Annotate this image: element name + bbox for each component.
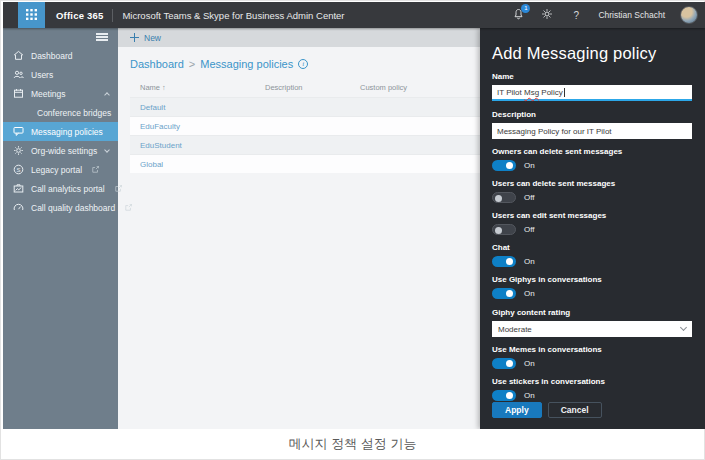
toggle-label: Owners can delete sent messages	[492, 147, 692, 157]
name-field-label: Name	[492, 72, 692, 82]
name-value-before: IT Pilot	[497, 88, 524, 97]
toggle-group-users-edit: Users can edit sent messages Off	[492, 211, 692, 235]
name-value-after: Policy	[539, 88, 563, 97]
toggle-label: Users can delete sent messages	[492, 179, 692, 189]
sidebar-item-label: Meetings	[31, 89, 66, 99]
table-row[interactable]: Global	[130, 154, 480, 173]
giphy-rating-label: Giphy content rating	[492, 308, 692, 318]
panel-title: Add Messaging policy	[492, 44, 692, 63]
stickers-toggle[interactable]	[492, 390, 516, 401]
add-messaging-policy-panel: Add Messaging policy Name IT Pilot Msg P…	[480, 28, 705, 429]
sidebar-item-label: Legacy portal	[31, 165, 82, 175]
chevron-up-icon	[104, 92, 110, 98]
table-row[interactable]: EduStudent	[130, 135, 480, 154]
sidebar-item-label: Users	[31, 70, 53, 80]
svg-text:S: S	[16, 167, 20, 173]
calendar-icon	[13, 88, 24, 99]
sidebar-item-org-wide-settings[interactable]: Org-wide settings	[3, 141, 118, 160]
nav-collapse-button[interactable]	[3, 28, 118, 46]
external-link-icon	[115, 185, 122, 192]
toggle-label: Use Memes in conversations	[492, 345, 692, 355]
toggle-label: Use stickers in conversations	[492, 377, 692, 387]
waffle-icon	[26, 6, 37, 24]
user-avatar[interactable]	[680, 6, 698, 24]
toggle-state-label: On	[524, 289, 535, 298]
sidebar-item-legacy-portal[interactable]: S Legacy portal	[3, 160, 118, 179]
breadcrumb-separator: >	[189, 58, 195, 70]
notification-badge: 1	[521, 4, 530, 13]
new-button-label: New	[144, 33, 161, 43]
memes-toggle[interactable]	[492, 358, 516, 369]
column-header-label: Name	[140, 83, 160, 92]
toggle-label: Chat	[492, 243, 692, 253]
toggle-group-chat: Chat On	[492, 243, 692, 267]
toggle-label: Use Giphys in conversations	[492, 275, 692, 285]
breadcrumb-current-page: Messaging policies	[200, 58, 293, 70]
breadcrumb-dashboard-link[interactable]: Dashboard	[130, 58, 184, 70]
command-bar: New	[118, 28, 480, 47]
column-header-description: Description	[265, 83, 360, 92]
help-icon: ?	[574, 10, 580, 21]
policy-link[interactable]: EduFaculty	[140, 122, 265, 131]
giphys-toggle[interactable]	[492, 288, 516, 299]
speedometer-icon	[13, 202, 24, 213]
giphy-rating-select[interactable]: Moderate	[492, 321, 692, 337]
column-header-name[interactable]: Name↑	[140, 83, 265, 92]
toggle-state-label: Off	[524, 225, 535, 234]
sidebar-item-label: Call analytics portal	[31, 184, 105, 194]
name-input[interactable]: IT Pilot Msg Policy	[492, 85, 692, 101]
figure-frame: Office 365 Microsoft Teams & Skype for B…	[0, 0, 705, 460]
new-policy-button[interactable]: New	[130, 33, 161, 43]
brand-label[interactable]: Office 365	[56, 10, 103, 21]
toggle-group-users-delete: Users can delete sent messages Off	[492, 179, 692, 203]
sidebar-item-call-quality-dashboard[interactable]: Call quality dashboard	[3, 198, 118, 217]
cancel-button[interactable]: Cancel	[548, 402, 602, 418]
gear-icon	[541, 8, 553, 22]
breadcrumb: Dashboard > Messaging policies i	[130, 58, 480, 70]
chat-icon	[13, 126, 24, 137]
toggle-state-label: On	[524, 161, 535, 170]
help-button[interactable]: ?	[569, 8, 583, 22]
sidebar-item-meetings[interactable]: Meetings	[3, 84, 118, 103]
policy-link[interactable]: Global	[140, 160, 265, 169]
gear-icon	[13, 145, 24, 156]
users-delete-toggle[interactable]	[492, 192, 516, 203]
table-header-row: Name↑ Description Custom policy	[130, 80, 480, 97]
toggle-state-label: On	[524, 257, 535, 266]
topbar-actions: 1 ? Christian Schacht	[511, 6, 705, 24]
admin-center-window: Office 365 Microsoft Teams & Skype for B…	[3, 2, 705, 429]
chat-toggle[interactable]	[492, 256, 516, 267]
notifications-button[interactable]: 1	[511, 8, 525, 22]
admin-center-title: Microsoft Teams & Skype for Business Adm…	[122, 10, 344, 21]
sidebar-item-messaging-policies[interactable]: Messaging policies	[3, 122, 118, 141]
sidebar-item-users[interactable]: Users	[3, 65, 118, 84]
home-icon	[13, 50, 24, 61]
users-icon	[13, 69, 24, 80]
sidebar-item-dashboard[interactable]: Dashboard	[3, 46, 118, 65]
table-row[interactable]: Default	[130, 97, 480, 116]
name-value-misspelled: Msg	[524, 88, 539, 97]
apply-button[interactable]: Apply	[492, 402, 542, 418]
app-launcher-button[interactable]	[18, 2, 45, 28]
owners-delete-toggle[interactable]	[492, 160, 516, 171]
external-link-icon	[92, 166, 99, 173]
main-content: New Dashboard > Messaging policies i Nam…	[118, 28, 480, 429]
chevron-down-icon	[104, 147, 110, 153]
figure-caption: 메시지 정책 설정 기능	[1, 435, 704, 453]
chevron-down-icon	[680, 324, 687, 331]
giphy-rating-value: Moderate	[498, 325, 532, 334]
users-edit-toggle[interactable]	[492, 224, 516, 235]
sidebar-item-label: Messaging policies	[31, 127, 103, 137]
sidebar-item-call-analytics-portal[interactable]: Call analytics portal	[3, 179, 118, 198]
policy-link[interactable]: EduStudent	[140, 141, 265, 150]
description-input[interactable]	[492, 123, 692, 139]
settings-button[interactable]	[540, 8, 554, 22]
user-name-label: Christian Schacht	[598, 10, 665, 20]
info-icon[interactable]: i	[298, 59, 308, 69]
sidebar-item-conference-bridges[interactable]: Conference bridges	[3, 103, 118, 122]
policy-link[interactable]: Default	[140, 103, 265, 112]
plus-icon	[130, 33, 139, 42]
text-cursor	[564, 88, 565, 97]
table-row[interactable]: EduFaculty	[130, 116, 480, 135]
toggle-group-owners-delete: Owners can delete sent messages On	[492, 147, 692, 171]
